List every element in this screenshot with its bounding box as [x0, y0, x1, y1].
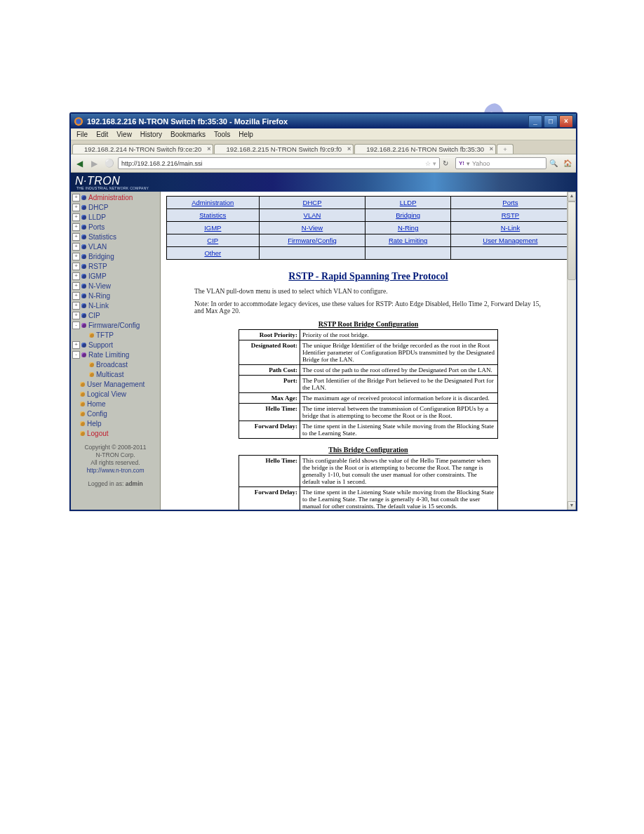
sidebar-item-user-management[interactable]: User Management	[71, 379, 160, 389]
expand-icon[interactable]: +	[72, 243, 80, 251]
scroll-thumb[interactable]	[568, 201, 576, 280]
bullet-icon	[81, 284, 86, 289]
def-value: Priority of the root bridge.	[300, 330, 498, 340]
nav-link-statistics[interactable]: Statistics	[167, 209, 260, 222]
menu-bookmarks[interactable]: Bookmarks	[166, 131, 210, 138]
search-input[interactable]: Y! ▾ Yahoo	[455, 157, 546, 169]
window-close-button[interactable]: ×	[559, 115, 573, 128]
tab-2[interactable]: 192.168.2.216 N-TRON Switch fb:35:30×	[354, 144, 496, 154]
expand-icon[interactable]: +	[72, 272, 80, 280]
bullet-icon	[80, 392, 85, 397]
scrollbar[interactable]: ▲ ▼	[567, 192, 576, 511]
menu-file[interactable]: File	[72, 131, 92, 138]
sidebar-item-multicast[interactable]: Multicast	[71, 369, 160, 379]
sidebar-item-n-view[interactable]: +N-View	[71, 281, 160, 291]
tab-1-close-icon[interactable]: ×	[347, 145, 351, 152]
expand-icon[interactable]: +	[72, 292, 80, 300]
tab-2-close-icon[interactable]: ×	[490, 145, 493, 152]
nav-link-rate-limiting[interactable]: Rate Limiting	[365, 234, 450, 247]
nav-link-n-view[interactable]: N-View	[259, 222, 365, 234]
sidebar-item-vlan[interactable]: +VLAN	[71, 241, 160, 251]
sidebar-item-igmp[interactable]: +IGMP	[71, 271, 160, 281]
window-minimize-button[interactable]: _	[528, 115, 542, 128]
expand-icon[interactable]: +	[72, 194, 80, 201]
sidebar-item-n-link[interactable]: +N-Link	[71, 300, 160, 310]
sidebar-item-dhcp[interactable]: +DHCP	[71, 202, 160, 212]
scroll-up-button[interactable]: ▲	[568, 192, 576, 201]
nav-link-grid: AdministrationDHCPLLDPPortsStatisticsVLA…	[166, 196, 570, 260]
new-tab-button[interactable]: +	[497, 144, 514, 154]
sidebar-item-lldp[interactable]: +LLDP	[71, 212, 160, 222]
sidebar-item-broadcast[interactable]: Broadcast	[71, 359, 160, 369]
sidebar-item-n-ring[interactable]: +N-Ring	[71, 291, 160, 300]
menu-edit[interactable]: Edit	[92, 131, 112, 138]
expand-icon[interactable]: +	[72, 213, 80, 221]
expand-icon[interactable]: -	[72, 322, 80, 329]
sidebar-item-administration[interactable]: +Administration	[71, 192, 160, 202]
bookmark-star-icon[interactable]: ☆ ▾	[425, 160, 436, 167]
sidebar-item-config[interactable]: Config	[71, 409, 160, 418]
nav-link-lldp[interactable]: LLDP	[365, 197, 450, 209]
window-maximize-button[interactable]: □	[544, 115, 558, 128]
sidebar-item-support[interactable]: +Support	[71, 340, 160, 350]
nav-link-cip[interactable]: CIP	[167, 234, 260, 247]
url-input[interactable]: http://192.168.2.216/main.ssi ☆ ▾	[118, 157, 440, 169]
expand-icon[interactable]: +	[72, 312, 80, 319]
reload-icon[interactable]: ⚪	[103, 157, 115, 169]
rights: All rights reserved.	[74, 459, 157, 467]
sidebar-label: LLDP	[88, 213, 106, 221]
bullet-icon	[80, 402, 85, 406]
def-value: The cost of the path to the root offered…	[300, 365, 498, 376]
go-button[interactable]: ↻	[443, 159, 452, 167]
sidebar-item-statistics[interactable]: +Statistics	[71, 232, 160, 241]
tab-0[interactable]: 192.168.2.214 N-TRON Switch f9:ce:20×	[72, 144, 213, 154]
menu-view[interactable]: View	[112, 131, 136, 138]
expand-icon[interactable]: +	[72, 302, 80, 310]
sidebar-item-logical-view[interactable]: Logical View	[71, 389, 160, 399]
def-value: The Port Identifier of the Bridge Port b…	[300, 376, 498, 393]
sidebar-item-ports[interactable]: +Ports	[71, 222, 160, 232]
nav-link-n-link[interactable]: N-Link	[450, 222, 570, 234]
search-go-icon[interactable]: 🔍	[549, 159, 559, 167]
scroll-down-button[interactable]: ▼	[568, 501, 576, 511]
nav-link-administration[interactable]: Administration	[167, 197, 260, 209]
nav-link-ports[interactable]: Ports	[450, 197, 570, 209]
expand-icon[interactable]: +	[72, 282, 80, 290]
sidebar-item-bridging[interactable]: +Bridging	[71, 251, 160, 261]
nav-link-other[interactable]: Other	[167, 247, 260, 260]
nav-link-firmware-config[interactable]: Firmware/Config	[259, 234, 365, 247]
expand-icon[interactable]: -	[72, 351, 80, 359]
sidebar-item-logout[interactable]: Logout	[71, 428, 160, 438]
sidebar-item-rstp[interactable]: +RSTP	[71, 261, 160, 271]
nav-link-bridging[interactable]: Bridging	[365, 209, 450, 222]
sidebar-item-home[interactable]: Home	[71, 399, 160, 409]
nav-link-dhcp[interactable]: DHCP	[259, 197, 365, 209]
nav-link-igmp[interactable]: IGMP	[167, 222, 260, 234]
expand-icon[interactable]: +	[72, 263, 80, 270]
nav-link-vlan[interactable]: VLAN	[259, 209, 365, 222]
titlebar: 192.168.2.216 N-TRON Switch fb:35:30 - M…	[71, 114, 576, 128]
nav-link-user-management[interactable]: User Management	[450, 234, 570, 247]
tab-0-close-icon[interactable]: ×	[207, 145, 210, 152]
nav-link-rstp[interactable]: RSTP	[450, 209, 570, 222]
corp-url[interactable]: http://www.n-tron.com	[86, 467, 144, 474]
tab-1[interactable]: 192.168.2.215 N-TRON Switch f9:c9:f0×	[214, 144, 354, 154]
sidebar-item-help[interactable]: Help	[71, 418, 160, 428]
menu-history[interactable]: History	[136, 131, 166, 138]
back-button[interactable]: ◀	[74, 157, 86, 169]
expand-icon[interactable]: +	[72, 233, 80, 241]
menu-help[interactable]: Help	[234, 131, 257, 138]
bullet-icon	[80, 431, 85, 436]
home-button[interactable]: 🏠	[563, 159, 573, 167]
sidebar-item-cip[interactable]: +CIP	[71, 310, 160, 320]
expand-icon[interactable]: +	[72, 341, 80, 349]
expand-icon[interactable]: +	[72, 223, 80, 231]
expand-icon[interactable]: +	[72, 204, 80, 211]
sidebar-item-tftp[interactable]: TFTP	[71, 330, 160, 340]
forward-button[interactable]: ▶	[88, 157, 100, 169]
nav-link-n-ring[interactable]: N-Ring	[365, 222, 450, 234]
sidebar-item-rate-limiting[interactable]: -Rate Limiting	[71, 350, 160, 359]
expand-icon[interactable]: +	[72, 253, 80, 260]
sidebar-item-firmware-config[interactable]: -Firmware/Config	[71, 320, 160, 330]
menu-tools[interactable]: Tools	[210, 131, 234, 138]
